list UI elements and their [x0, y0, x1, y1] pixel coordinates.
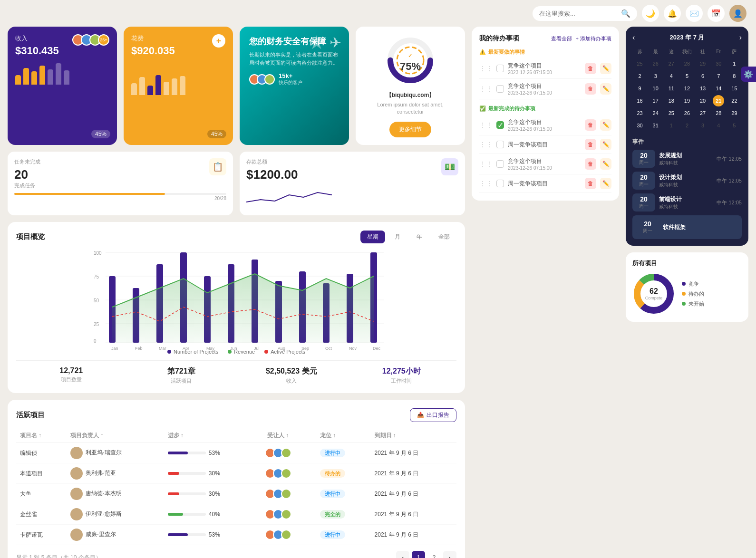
todo-check-5[interactable] [496, 160, 504, 168]
todo-check-2[interactable] [496, 85, 504, 93]
col-assignee[interactable]: 受让人 ↑ [267, 432, 312, 440]
cal-day-13[interactable]: 13 [697, 83, 708, 94]
cell-progress-1: 30% [164, 463, 263, 484]
cal-day-11[interactable]: 11 [666, 83, 677, 94]
cal-day-31[interactable]: 31 [650, 120, 661, 131]
cal-day-27[interactable]: 27 [666, 58, 677, 69]
tab-month[interactable]: 月 [388, 231, 407, 243]
drag-handle-4[interactable]: ⋮⋮ [479, 141, 493, 148]
cal-day-16[interactable]: 16 [634, 95, 646, 106]
cal-day-2[interactable]: 2 [634, 70, 646, 82]
export-btn[interactable]: 📤 出口报告 [410, 408, 456, 422]
top-cards-row: 收入 $310.435 25+ 45% [8, 27, 465, 145]
cal-day-28[interactable]: 28 [681, 58, 693, 69]
todo-del-6[interactable]: 🗑 [585, 178, 596, 189]
add-expense-btn[interactable]: + [212, 34, 225, 48]
cal-next-btn[interactable]: › [739, 33, 742, 42]
cal-day-3b[interactable]: 3 [697, 120, 708, 131]
cal-day-1[interactable]: 1 [728, 58, 740, 69]
cal-day-25b[interactable]: 25 [666, 107, 677, 119]
ebar-1 [131, 83, 137, 95]
todo-edit-4[interactable]: ✏️ [600, 139, 611, 150]
todo-del-2[interactable]: 🗑 [585, 83, 596, 95]
todo-check-6[interactable] [496, 180, 504, 187]
calendar-icon-btn[interactable]: 📅 [708, 5, 725, 22]
cal-day-5b[interactable]: 5 [728, 120, 740, 131]
gear-float-btn[interactable]: ⚙️ [741, 67, 756, 82]
cal-day-30b[interactable]: 30 [634, 120, 646, 131]
cal-day-23[interactable]: 23 [634, 107, 646, 119]
more-details-btn[interactable]: 更多细节 [389, 122, 431, 137]
todo-edit-1[interactable]: ✏️ [600, 63, 611, 74]
col-manager[interactable]: 项目负责人 ↑ [70, 432, 160, 440]
cal-day-22[interactable]: 22 [728, 95, 740, 106]
cal-day-24[interactable]: 24 [650, 107, 661, 119]
todo-del-4[interactable]: 🗑 [585, 139, 596, 150]
moon-icon-btn[interactable]: 🌙 [642, 5, 659, 22]
cal-day-17[interactable]: 17 [650, 95, 661, 106]
cal-day-29[interactable]: 29 [697, 58, 708, 69]
cal-day-7[interactable]: 7 [713, 70, 724, 82]
cal-day-2b[interactable]: 2 [681, 120, 693, 131]
cal-day-18[interactable]: 18 [666, 95, 677, 106]
drag-handle-3[interactable]: ⋮⋮ [479, 121, 493, 129]
todo-edit-5[interactable]: ✏️ [600, 158, 611, 170]
cal-day-14[interactable]: 14 [713, 83, 724, 94]
tab-week[interactable]: 星期 [360, 231, 385, 243]
col-name[interactable]: 项目名 ↑ [20, 432, 63, 440]
todo-del-5[interactable]: 🗑 [585, 158, 596, 170]
page-2-btn[interactable]: 2 [427, 551, 441, 558]
cal-day-28b[interactable]: 28 [713, 107, 724, 119]
cal-day-9[interactable]: 9 [634, 83, 646, 94]
tab-all[interactable]: 全部 [432, 231, 456, 243]
search-input[interactable] [539, 10, 617, 17]
cal-day-20[interactable]: 20 [697, 95, 708, 106]
cal-prev-btn[interactable]: ‹ [632, 33, 635, 42]
prev-page-btn[interactable]: ‹ [396, 551, 409, 558]
todo-edit-2[interactable]: ✏️ [600, 83, 611, 95]
cal-day-26b[interactable]: 26 [681, 107, 693, 119]
cal-day-4[interactable]: 4 [666, 70, 677, 82]
cal-day-1b[interactable]: 1 [666, 120, 677, 131]
svg-text:50: 50 [94, 298, 99, 303]
search-box[interactable]: 🔍 [533, 6, 637, 21]
todo-check-4[interactable] [496, 141, 504, 148]
cal-day-30[interactable]: 30 [713, 58, 724, 69]
cal-day-8[interactable]: 8 [728, 70, 740, 82]
drag-handle-5[interactable]: ⋮⋮ [479, 160, 493, 168]
todo-del-1[interactable]: 🗑 [585, 63, 596, 74]
cal-day-10[interactable]: 10 [650, 83, 661, 94]
bell-icon-btn[interactable]: 🔔 [664, 5, 681, 22]
cal-day-3[interactable]: 3 [650, 70, 661, 82]
todo-add-link[interactable]: + 添加待办事项 [576, 35, 611, 42]
cal-day-6[interactable]: 6 [697, 70, 708, 82]
cal-day-19[interactable]: 19 [681, 95, 693, 106]
cal-day-12[interactable]: 12 [681, 83, 693, 94]
cal-day-5[interactable]: 5 [681, 70, 693, 82]
cal-day-25[interactable]: 25 [634, 58, 646, 69]
todo-view-all-link[interactable]: 查看全部 [551, 35, 572, 42]
todo-edit-6[interactable]: ✏️ [600, 178, 611, 189]
next-page-btn[interactable]: › [443, 551, 456, 558]
cal-day-21-today[interactable]: 21 [713, 95, 724, 106]
drag-handle-2[interactable]: ⋮⋮ [479, 85, 493, 93]
todo-check-3[interactable]: ✓ [496, 121, 504, 129]
cal-day-27b[interactable]: 27 [697, 107, 708, 119]
cal-day-4b[interactable]: 4 [713, 120, 724, 131]
avatar[interactable]: 👤 [729, 5, 746, 22]
cal-day-26[interactable]: 26 [650, 58, 661, 69]
todo-check-1[interactable] [496, 65, 504, 72]
mail-icon-btn[interactable]: ✉️ [686, 5, 703, 22]
todo-edit-3[interactable]: ✏️ [600, 119, 611, 131]
todo-done-group-title: ✅ 最新完成的待办事项 [479, 105, 611, 112]
col-progress[interactable]: 进步 ↑ [168, 432, 260, 440]
drag-handle-1[interactable]: ⋮⋮ [479, 65, 493, 72]
drag-handle-6[interactable]: ⋮⋮ [479, 180, 493, 187]
col-due[interactable]: 到期日 ↑ [375, 432, 453, 440]
col-status[interactable]: 龙位 ↑ [320, 432, 367, 440]
tab-year[interactable]: 年 [410, 231, 429, 243]
page-1-btn[interactable]: 1 [412, 551, 425, 558]
todo-del-3[interactable]: 🗑 [585, 119, 596, 131]
cal-day-29b[interactable]: 29 [728, 107, 740, 119]
cal-day-15[interactable]: 15 [728, 83, 740, 94]
